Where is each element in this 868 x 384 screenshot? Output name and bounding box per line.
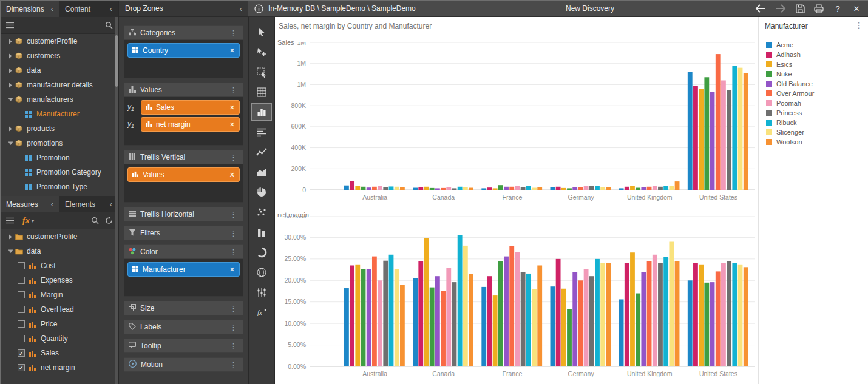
dropzone-header-filters[interactable]: Filters⋮: [124, 226, 243, 240]
bar-princess[interactable]: [658, 187, 663, 190]
dropzone-header-categories[interactable]: Categories⋮: [124, 25, 243, 40]
chevron-down-icon[interactable]: [5, 97, 15, 102]
bar-woolson[interactable]: [469, 188, 473, 190]
scrollbar-thumb[interactable]: [115, 35, 118, 87]
bar-nuke[interactable]: [567, 188, 572, 190]
bar-nuke[interactable]: [361, 269, 366, 366]
kebab-menu-icon[interactable]: ⋮: [228, 29, 239, 38]
bar-woolson[interactable]: [675, 261, 680, 366]
dropzone-body[interactable]: y1Sales✕y1net margin✕: [124, 97, 243, 146]
bar-ribuck[interactable]: [389, 255, 394, 366]
legend-item-princess[interactable]: Princess: [766, 108, 814, 118]
bar-ribuck[interactable]: [732, 66, 737, 190]
bar-acme[interactable]: [481, 188, 486, 190]
chip-sales[interactable]: Sales✕: [141, 100, 240, 115]
legend-item-over-armour[interactable]: Over Armour: [766, 89, 814, 98]
bar-esics[interactable]: [424, 187, 429, 190]
bar-over-armour[interactable]: [647, 187, 652, 190]
bar-princess[interactable]: [521, 187, 526, 190]
bar-princess[interactable]: [383, 187, 388, 190]
kebab-menu-icon[interactable]: ⋮: [228, 323, 239, 332]
kebab-menu-icon[interactable]: ⋮: [228, 153, 239, 162]
bar-acme[interactable]: [688, 72, 693, 190]
bar-adihash[interactable]: [487, 276, 492, 366]
bar-old-balance[interactable]: [572, 187, 577, 190]
bar-old-balance[interactable]: [367, 269, 371, 366]
save-button[interactable]: [795, 4, 805, 13]
bar-old-balance[interactable]: [710, 92, 715, 190]
bar-adihash[interactable]: [693, 86, 698, 190]
dropzone-body[interactable]: Values✕: [124, 164, 243, 203]
dropzone-header-size[interactable]: Size⋮: [124, 301, 243, 315]
bar-slicenger[interactable]: [395, 187, 399, 190]
bar-princess[interactable]: [658, 263, 663, 366]
bar-old-balance[interactable]: [435, 276, 440, 366]
bar-slicenger[interactable]: [532, 188, 537, 190]
chip-manufacturer[interactable]: Manufacturer✕: [127, 262, 240, 277]
bar-ribuck[interactable]: [663, 186, 668, 190]
measure-tree-item-cost[interactable]: Cost: [1, 258, 118, 273]
bar-over-armour[interactable]: [716, 54, 721, 190]
dimension-tree-item-data[interactable]: data: [1, 63, 118, 78]
bar-poomah[interactable]: [515, 252, 520, 366]
kebab-menu-icon[interactable]: ⋮: [228, 360, 239, 369]
bar-adihash[interactable]: [418, 187, 423, 190]
bar-over-armour[interactable]: [441, 188, 446, 190]
legend-item-ribuck[interactable]: Ribuck: [766, 118, 814, 127]
bar-nuke[interactable]: [636, 188, 640, 190]
chevron-down-icon[interactable]: [5, 249, 15, 254]
bar-esics[interactable]: [355, 186, 360, 190]
bar-slicenger[interactable]: [738, 265, 743, 366]
bar-acme[interactable]: [688, 280, 693, 366]
bar-princess[interactable]: [521, 272, 526, 366]
collapse-icon[interactable]: ‹: [51, 5, 53, 13]
tab-dimensions[interactable]: Dimensions ‹: [1, 1, 59, 17]
kebab-menu-icon[interactable]: ⋮: [228, 342, 239, 351]
remove-icon[interactable]: ✕: [229, 47, 235, 55]
bar-esics[interactable]: [493, 295, 498, 366]
dropzone-header-motion[interactable]: Motion⋮: [124, 357, 243, 372]
line-chart-tool-icon[interactable]: [251, 143, 272, 161]
measure-tree-item-price[interactable]: Price: [1, 317, 118, 331]
bar-slicenger[interactable]: [600, 263, 605, 366]
print-button[interactable]: [814, 4, 824, 13]
collapse-icon[interactable]: ‹: [240, 5, 242, 13]
legend-item-old-balance[interactable]: Old Balance: [766, 79, 814, 89]
search-icon[interactable]: [91, 217, 99, 224]
bar-slicenger[interactable]: [738, 68, 743, 190]
chevron-right-icon[interactable]: [5, 68, 15, 73]
bar-ribuck[interactable]: [526, 274, 531, 366]
kebab-menu-icon[interactable]: ⋮: [228, 248, 239, 257]
bar-nuke[interactable]: [704, 77, 709, 190]
legend-item-poomah[interactable]: Poomah: [766, 98, 814, 108]
kebab-menu-icon[interactable]: ⋮: [228, 86, 239, 95]
bar-woolson[interactable]: [744, 267, 748, 366]
dropzone-body[interactable]: Country✕: [124, 40, 243, 78]
abacus-tool-icon[interactable]: [251, 283, 272, 301]
pointer-add-tool-icon[interactable]: [251, 43, 272, 61]
bar-acme[interactable]: [413, 188, 418, 190]
bar-poomah[interactable]: [446, 268, 451, 366]
bar-adihash[interactable]: [693, 263, 698, 366]
forward-button[interactable]: [775, 4, 786, 13]
bar-over-armour[interactable]: [441, 291, 446, 366]
bar-esics[interactable]: [699, 89, 704, 190]
remove-icon[interactable]: ✕: [229, 121, 235, 129]
legend-item-adihash[interactable]: Adihash: [766, 50, 814, 59]
chevron-down-icon[interactable]: [5, 141, 15, 146]
bar-esics[interactable]: [630, 252, 635, 366]
kebab-menu-icon[interactable]: ⋮: [228, 210, 239, 219]
measure-tree-item-overhead[interactable]: OverHead: [1, 302, 118, 317]
collapse-icon[interactable]: ‹: [51, 200, 53, 208]
globe-tool-icon[interactable]: [251, 263, 272, 281]
bar-nuke[interactable]: [361, 187, 366, 190]
bar-nuke[interactable]: [430, 288, 435, 366]
pie-chart-tool-icon[interactable]: [251, 183, 272, 201]
chip-net-margin[interactable]: net margin✕: [141, 117, 240, 132]
measure-tree-item-sales[interactable]: ✓Sales: [1, 346, 118, 360]
legend-item-acme[interactable]: Acme: [766, 40, 814, 50]
info-icon[interactable]: [254, 4, 263, 13]
bar-ribuck[interactable]: [595, 186, 600, 190]
chip-values[interactable]: Values✕: [127, 167, 240, 182]
bar-woolson[interactable]: [606, 263, 611, 366]
